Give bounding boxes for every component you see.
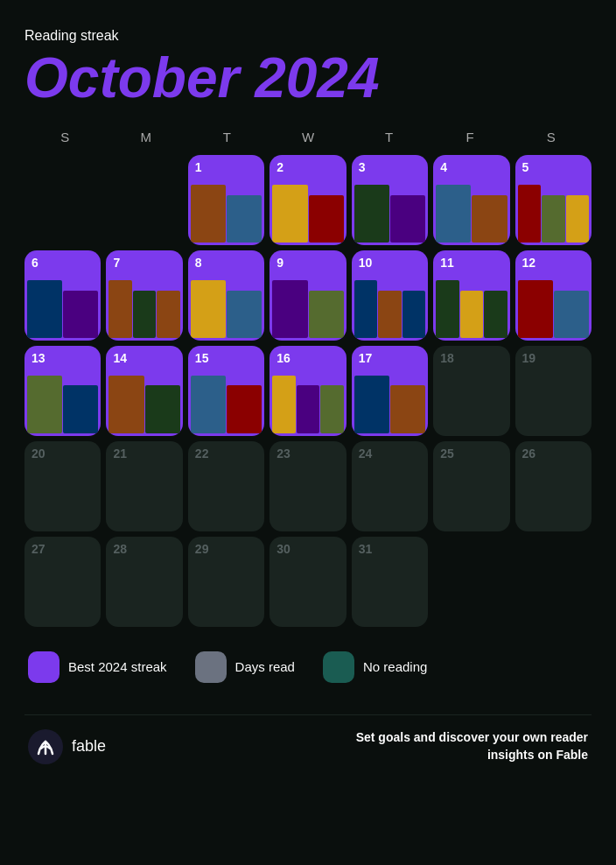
calendar-day: 22 (188, 441, 264, 531)
day-header-wed: W (268, 126, 349, 148)
calendar-day (106, 155, 182, 245)
legend-dot-gray (195, 651, 227, 683)
day-number: 3 (352, 155, 373, 176)
calendar-day: 6 (24, 250, 101, 341)
day-number: 11 (433, 250, 461, 271)
legend-no-reading: No reading (323, 651, 427, 683)
footer-tagline: Set goals and discover your own reader i… (343, 729, 588, 763)
calendar-day: 23 (270, 441, 346, 531)
day-number: 8 (188, 250, 209, 271)
fable-name: fable (72, 737, 106, 756)
day-number: 9 (270, 250, 290, 271)
calendar-day: 7 (106, 250, 182, 341)
calendar-day: 17 (352, 346, 428, 436)
day-number: 14 (106, 346, 134, 367)
day-number: 13 (24, 346, 52, 367)
day-number: 12 (515, 250, 543, 271)
calendar-day: 9 (270, 250, 346, 341)
legend-no-reading-label: No reading (363, 659, 427, 674)
day-number: 28 (106, 537, 134, 558)
fable-logo: fable (28, 729, 106, 764)
legend-best-streak: Best 2024 streak (28, 651, 167, 683)
day-number: 23 (270, 441, 298, 462)
calendar-day: 29 (188, 537, 264, 627)
day-number: 22 (188, 441, 216, 462)
day-number: 16 (270, 346, 298, 367)
day-number: 21 (106, 441, 134, 462)
calendar-day: 2 (270, 155, 346, 245)
calendar-day (24, 155, 101, 245)
day-number: 2 (270, 155, 290, 176)
calendar-day: 8 (188, 250, 264, 341)
day-header-sun: S (24, 126, 106, 148)
day-number: 30 (270, 537, 298, 558)
streak-label: Reading streak (24, 28, 592, 44)
calendar-day: 31 (352, 537, 428, 627)
calendar-day: 24 (352, 441, 428, 531)
legend-days-read: Days read (195, 651, 295, 683)
calendar-day: 10 (352, 250, 428, 341)
calendar-day: 14 (106, 346, 182, 436)
calendar: S M T W T F S 12345678910111213141516171… (24, 126, 592, 626)
footer: fable Set goals and discover your own re… (24, 714, 592, 771)
calendar-day: 12 (515, 250, 592, 341)
legend-dot-teal (323, 651, 354, 683)
legend-days-read-label: Days read (235, 659, 295, 674)
calendar-day: 4 (433, 155, 509, 245)
day-number: 17 (352, 346, 380, 367)
day-number: 7 (106, 250, 127, 271)
day-header-tue: T (186, 126, 268, 148)
calendar-day: 5 (515, 155, 592, 245)
day-number: 26 (515, 441, 543, 462)
day-number: 29 (188, 537, 216, 558)
day-number: 31 (352, 537, 380, 558)
day-header-sat: S (510, 126, 592, 148)
calendar-day: 13 (24, 346, 101, 436)
day-number: 10 (352, 250, 380, 271)
calendar-day: 26 (515, 441, 592, 531)
calendar-day: 25 (433, 441, 509, 531)
calendar-day: 1 (188, 155, 264, 245)
day-number: 24 (352, 441, 380, 462)
day-number: 19 (515, 346, 543, 367)
day-number: 4 (433, 155, 454, 176)
calendar-day: 3 (352, 155, 428, 245)
day-number: 5 (515, 155, 536, 176)
calendar-day: 16 (270, 346, 346, 436)
calendar-day: 18 (433, 346, 509, 436)
day-number: 27 (24, 537, 52, 558)
day-number: 15 (188, 346, 216, 367)
legend-dot-purple (28, 651, 60, 683)
calendar-day: 30 (270, 537, 346, 627)
fable-icon (28, 729, 63, 764)
day-headers: S M T W T F S (24, 126, 592, 148)
day-number: 6 (24, 250, 46, 271)
calendar-day: 15 (188, 346, 264, 436)
legend-best-streak-label: Best 2024 streak (68, 659, 167, 674)
calendar-grid: 1234567891011121314151617181920212223242… (24, 155, 592, 626)
day-header-mon: M (106, 126, 187, 148)
day-number: 20 (24, 441, 52, 462)
day-number: 18 (433, 346, 461, 367)
day-number: 25 (433, 441, 461, 462)
calendar-day: 11 (433, 250, 509, 341)
day-header-fri: F (430, 126, 511, 148)
month-title: October 2024 (24, 47, 592, 109)
calendar-day: 19 (515, 346, 592, 436)
calendar-day (515, 537, 592, 627)
calendar-day (433, 537, 509, 627)
day-header-thu: T (348, 126, 430, 148)
day-number: 1 (188, 155, 209, 176)
calendar-day: 27 (24, 537, 101, 627)
legend: Best 2024 streak Days read No reading (24, 651, 592, 683)
calendar-day: 20 (24, 441, 101, 531)
calendar-day: 21 (106, 441, 182, 531)
calendar-day: 28 (106, 537, 182, 627)
